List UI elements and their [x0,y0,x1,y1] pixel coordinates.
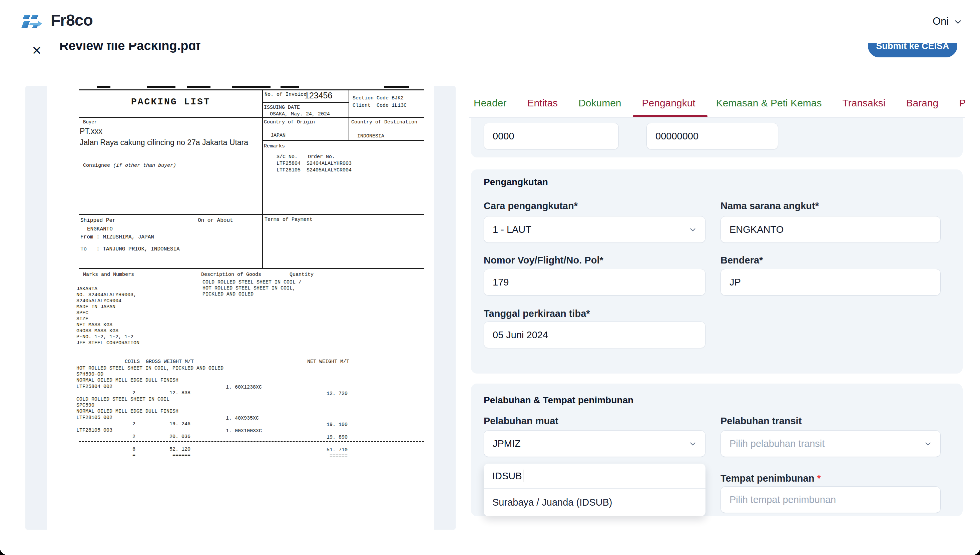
doc-terms-label: Terms of Payment [265,217,313,223]
input-nama-sarana-angkut[interactable]: ENGKANTO [720,216,941,243]
cut-text-fragment [147,86,175,88]
input-bendera[interactable]: JP [720,269,941,295]
code-field-1[interactable]: 0000 [484,123,619,149]
doc-buyer-address: Jalan Raya cakung cilincing no 27a Jakar… [80,138,248,147]
input-tanggal-perkiraan-tiba[interactable]: 05 Juni 2024 [484,322,706,348]
doc-invoice-number: 123456 [305,91,332,100]
doc-marks-line: P-NO. 1-2, 1-2, 1-2 [76,334,133,340]
doc-description-line: HOT ROLLED STEEL SHEET IN COIL, [202,286,295,291]
text-caret [523,470,523,482]
table-rule [79,214,424,215]
select-pelabuhan-transit[interactable]: Pilih pelabuhan transit [720,430,941,457]
doc-item-size: 1. 00X1003XC [226,428,262,434]
table-rule [79,117,424,118]
doc-description-line: COLD ROLLED STEEL SHEET IN COIL / [202,279,302,285]
doc-item-code: LTF25804 002 [76,384,112,390]
form-tabs: HeaderEntitasDokumenPengangkutKemasan & … [474,98,966,109]
tab-barang[interactable]: Barang [906,98,938,109]
cut-text-fragment [384,86,409,88]
tab-dokumen[interactable]: Dokumen [578,98,621,109]
doc-item-size: 1. 40X935XC [226,415,259,421]
doc-destination-label: Country of Destination [351,119,417,125]
doc-to-line: To : TANJUNG PRIOK, INDONESIA [80,246,180,252]
table-rule [262,102,348,103]
doc-marks-line: NO. S2404ALALYHR003, [76,292,136,298]
doc-marks-line: GROSS MASS KGS [76,328,119,334]
cut-text-fragment [281,86,299,88]
doc-desc-header: Description of Goods [201,272,261,278]
doc-origin-value: JAPAN [271,133,285,138]
doc-client-code: Client Code 1L13C [353,103,407,108]
doc-marks-line: S2405ALALYCR004 [76,298,122,304]
table-rule [262,89,263,268]
label-bendera: Bendera* [720,255,763,266]
tab-p[interactable]: P [959,98,966,109]
doc-item-qty: 2 [132,421,135,427]
section-title-pengangkutan: Pengangkutan [484,177,548,188]
tab-entitas[interactable]: Entitas [527,98,558,109]
tab-kemasan-peti-kemas[interactable]: Kemasan & Peti Kemas [716,98,822,109]
doc-marks-line: JFE STEEL CORPORATION [76,340,140,346]
doc-total-gross: 52. 120 [157,447,191,452]
doc-item-line: NORMAL OILED MILL EDGE DULL FINISH [76,377,178,383]
input-nomor-voy[interactable]: 179 [484,269,706,295]
doc-item-net: 19. 100 [314,422,348,428]
chevron-down-icon [924,440,932,451]
label-pelabuhan-transit: Pelabuhan transit [720,415,802,427]
user-menu[interactable]: Oni [933,15,949,27]
close-icon[interactable]: ✕ [29,43,45,59]
doc-marks-line: SPEC [76,310,88,316]
doc-qty-header: Quantity [290,272,314,278]
doc-invoice-label: No. of Invoice [265,92,306,98]
select-tempat-penimbunan[interactable]: Pilih tempat penimbunan [720,486,941,513]
doc-marks-header: Marks and Numbers [83,272,134,278]
doc-sc-order-header: S/C No.Order No. [276,154,335,160]
doc-item-line: SPH590-OD [76,372,103,377]
doc-total-rule: = [132,452,135,458]
doc-total-rule: ====== [314,453,348,459]
pdf-page-packing-list: PACKING LIST No. of Invoice 123456 Secti… [47,86,434,530]
doc-marks-line: SIZE [76,316,88,322]
doc-destination-value: INDONESIA [357,133,384,139]
doc-consignee-label: Consignee (if other than buyer) [83,163,176,168]
section-title-pelabuhan: Pelabuhan & Tempat penimbunan [484,395,634,406]
tab-pengangkut[interactable]: Pengangkut [642,98,696,109]
table-rule [79,89,424,90]
doc-section-code: Section Code BJK2 [353,95,404,101]
doc-origin-label: Country of Origin [264,119,315,125]
doc-item-line: SPC590 [76,403,95,408]
doc-item-line: HOT ROLLED STEEL SHEET IN COIL, PICKLED … [76,366,223,371]
doc-remarks-label: Remarks [264,143,285,149]
doc-marks-line: NET MASS KGS [76,322,112,328]
tab-transaksi[interactable]: Transaksi [842,98,885,109]
doc-on-or-about-label: On or About [198,217,233,223]
app-window: Fr8co Oni ✕ Review file Packing.pdf Subm… [0,0,980,555]
doc-marks-line: MADE IN JAPAN [76,304,115,310]
doc-marks-line: JAKARTA [76,286,98,292]
doc-item-qty: 2 [132,390,135,396]
chevron-down-icon [688,226,697,236]
doc-issuing-value: OSAKA, May. 24, 2024 [270,111,330,117]
select-pelabuhan-muat[interactable]: JPMIZ [484,430,706,457]
label-nomor-voy: Nomor Voy/Flight/No. Pol* [484,255,603,266]
doc-weights-header-left: COILS GROSS WEIGHT M/T [125,359,194,364]
pdf-viewer-panel[interactable]: PACKING LIST No. of Invoice 123456 Secti… [26,86,456,530]
label-nama-sarana-angkut: Nama sarana angkut* [720,201,819,212]
code-field-2[interactable]: 00000000 [646,123,778,149]
doc-vessel: ENGKANTO [87,226,113,232]
doc-item-code: LTF28105 002 [76,415,112,420]
chevron-down-icon[interactable] [953,18,962,28]
doc-item-line: NORMAL OILED MILL EDGE DULL FINISH [76,409,178,414]
doc-total-qty: 6 [132,447,135,452]
pelabuhan-muat-search-input[interactable]: IDSUB [484,464,706,488]
doc-item-net: 19. 890 [314,435,348,440]
doc-item-net: 12. 720 [314,391,348,396]
tab-header[interactable]: Header [474,98,506,109]
suggestion-surabaya-juanda[interactable]: Surabaya / Juanda (IDSUB) [484,489,706,516]
label-tempat-penimbunan: Tempat penimbunan * [720,473,821,484]
table-rule [348,89,349,140]
doc-item-size: 1. 60X1238XC [226,385,262,390]
doc-item-gross: 12. 838 [157,390,191,396]
select-cara-pengangkutan[interactable]: 1 - LAUT [484,216,706,243]
doc-item-gross: 19. 246 [157,421,191,427]
